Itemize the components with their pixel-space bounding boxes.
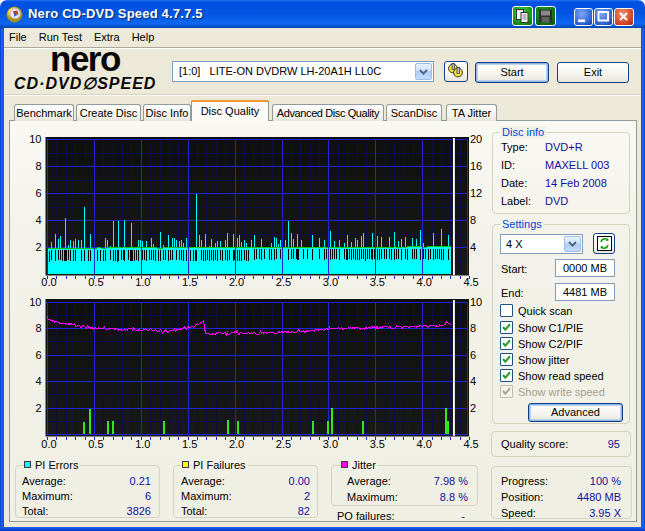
svg-text:0.5: 0.5	[88, 276, 103, 288]
svg-text:4.5: 4.5	[463, 438, 478, 450]
svg-text:2.5: 2.5	[276, 438, 291, 450]
svg-text:3.0: 3.0	[323, 438, 338, 450]
svg-text:4: 4	[470, 375, 476, 387]
svg-text:0.0: 0.0	[41, 276, 56, 288]
svg-text:6: 6	[35, 187, 41, 199]
svg-text:16: 16	[470, 160, 482, 172]
svg-text:0.5: 0.5	[88, 438, 103, 450]
svg-text:1.0: 1.0	[135, 276, 150, 288]
svg-text:10: 10	[470, 296, 482, 308]
svg-text:4.0: 4.0	[417, 438, 432, 450]
svg-text:2.0: 2.0	[229, 276, 244, 288]
svg-text:4.0: 4.0	[417, 276, 432, 288]
svg-text:6: 6	[35, 349, 41, 361]
svg-text:8: 8	[470, 214, 476, 226]
svg-text:12: 12	[470, 187, 482, 199]
svg-text:2: 2	[35, 402, 41, 414]
svg-text:8: 8	[35, 160, 41, 172]
svg-text:1.5: 1.5	[182, 438, 197, 450]
svg-text:4.5: 4.5	[463, 276, 478, 288]
svg-text:20: 20	[470, 133, 482, 145]
svg-text:2: 2	[35, 241, 41, 253]
svg-text:0.0: 0.0	[41, 438, 56, 450]
svg-text:2.5: 2.5	[276, 276, 291, 288]
svg-text:3.5: 3.5	[370, 438, 385, 450]
svg-text:8: 8	[35, 322, 41, 334]
svg-text:1.0: 1.0	[135, 438, 150, 450]
svg-text:4: 4	[35, 214, 41, 226]
svg-text:3.5: 3.5	[370, 276, 385, 288]
svg-text:8: 8	[470, 322, 476, 334]
svg-text:1.5: 1.5	[182, 276, 197, 288]
svg-text:4: 4	[35, 375, 41, 387]
svg-text:2.0: 2.0	[229, 438, 244, 450]
svg-text:2: 2	[470, 402, 476, 414]
svg-text:4: 4	[470, 241, 476, 253]
svg-text:3.0: 3.0	[323, 276, 338, 288]
svg-text:10: 10	[29, 133, 41, 145]
svg-text:10: 10	[29, 296, 41, 308]
svg-text:6: 6	[470, 349, 476, 361]
